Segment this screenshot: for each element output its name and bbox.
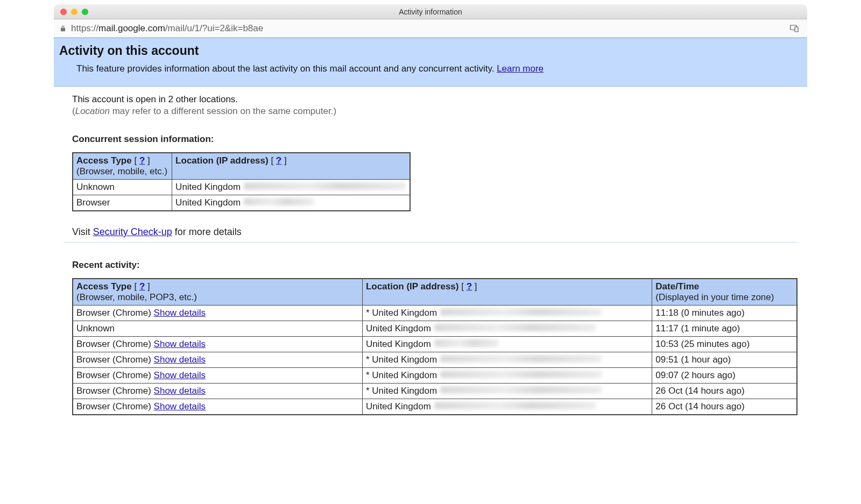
minimize-window-button[interactable] [71,9,77,15]
session-access-cell: Unknown [73,180,172,195]
redacted-ip [440,308,602,316]
url-protocol: https:// [71,23,98,33]
recent-date-cell: 26 Oct (14 hours ago) [652,399,797,415]
recent-location-cell: United Kingdom [362,337,652,352]
recent-row: UnknownUnited Kingdom11:17 (1 minute ago… [73,321,797,337]
visit-security-line: Visit Security Check-up for more details [72,226,798,238]
close-window-button[interactable] [60,9,67,15]
titlebar: Activity information [54,4,807,19]
learn-more-link[interactable]: Learn more [497,63,544,74]
show-details-link[interactable]: Show details [154,370,206,380]
session-location-cell: United Kingdom [172,195,410,211]
redacted-ip [434,402,596,409]
recent-date-cell: 26 Oct (14 hours ago) [652,384,797,399]
session-location-cell: United Kingdom [172,180,410,195]
recent-location-cell: United Kingdom [362,399,652,415]
recent-access-cell: Browser (Chrome) Show details [73,368,362,384]
recent-location-cell: United Kingdom [362,321,652,337]
redacted-ip [434,339,499,347]
page-title: Activity on this account [59,44,802,58]
recent-row: Browser (Chrome) Show detailsUnited King… [73,399,797,415]
recent-location-cell: * United Kingdom [362,306,652,321]
url-host: mail.google.com [98,23,165,33]
recent-date-cell: 09:51 (1 hour ago) [652,352,797,368]
header-banner: Activity on this account This feature pr… [54,38,807,87]
url-path: /mail/u/1/?ui=2&ik=b8ae [165,23,263,33]
th-access-type: Access Type [ ? ] (Browser, mobile, etc.… [73,153,172,180]
recent-access-cell: Browser (Chrome) Show details [73,384,362,399]
recent-row: Browser (Chrome) Show details* United Ki… [73,306,797,321]
th-recent-date: Date/Time (Displayed in your time zone) [652,279,797,306]
lock-icon [59,25,67,32]
sessions-open-text: This account is open in 2 other location… [72,94,798,105]
page-description: This feature provides information about … [76,63,802,74]
security-checkup-link[interactable]: Security Check-up [93,226,172,237]
recent-date-cell: 09:07 (2 hours ago) [652,368,797,384]
recent-access-cell: Browser (Chrome) Show details [73,352,362,368]
concurrent-session-label: Concurrent session information: [72,134,798,145]
session-row: UnknownUnited Kingdom [73,180,410,195]
traffic-lights [60,9,88,15]
th-recent-access: Access Type [ ? ] (Browser, mobile, POP3… [73,279,362,306]
recent-date-cell: 10:53 (25 minutes ago) [652,337,797,352]
th-location: Location (IP address) [ ? ] [172,153,410,180]
responsive-mode-icon[interactable] [790,25,800,32]
content-area: This account is open in 2 other location… [54,87,807,415]
session-access-cell: Browser [73,195,172,211]
recent-access-cell: Browser (Chrome) Show details [73,337,362,352]
help-recent-location-link[interactable]: ? [467,281,472,292]
recent-access-cell: Unknown [73,321,362,337]
show-details-link[interactable]: Show details [154,401,206,411]
redacted-ip [244,198,314,205]
recent-row: Browser (Chrome) Show details* United Ki… [73,352,797,368]
help-location-link[interactable]: ? [276,155,281,166]
recent-activity-label: Recent activity: [72,260,798,271]
recent-location-cell: * United Kingdom [362,352,652,368]
popup-window: Activity information https://mail.google… [54,4,807,415]
concurrent-session-table: Access Type [ ? ] (Browser, mobile, etc.… [72,152,411,211]
recent-date-cell: 11:17 (1 minute ago) [652,321,797,337]
recent-location-cell: * United Kingdom [362,368,652,384]
url-text[interactable]: https://mail.google.com/mail/u/1/?ui=2&i… [71,23,263,34]
window-title: Activity information [54,8,807,16]
recent-access-cell: Browser (Chrome) Show details [73,399,362,415]
sessions-note: (Location may refer to a different sessi… [72,106,798,117]
recent-activity-table: Access Type [ ? ] (Browser, mobile, POP3… [72,278,798,415]
show-details-link[interactable]: Show details [154,308,206,318]
recent-row: Browser (Chrome) Show details* United Ki… [73,384,797,399]
show-details-link[interactable]: Show details [154,339,206,349]
recent-row: Browser (Chrome) Show details* United Ki… [73,368,797,384]
help-access-type-link[interactable]: ? [139,155,145,166]
session-row: BrowserUnited Kingdom [73,195,410,211]
address-bar: https://mail.google.com/mail/u/1/?ui=2&i… [54,19,807,38]
redacted-ip [434,324,596,331]
svg-rect-1 [795,27,798,32]
recent-access-cell: Browser (Chrome) Show details [73,306,362,321]
redacted-ip [440,355,602,363]
recent-row: Browser (Chrome) Show detailsUnited King… [73,337,797,352]
redacted-ip [244,182,405,190]
redacted-ip [440,371,602,378]
recent-date-cell: 11:18 (0 minutes ago) [652,306,797,321]
recent-location-cell: * United Kingdom [362,384,652,399]
show-details-link[interactable]: Show details [154,354,206,365]
show-details-link[interactable]: Show details [154,386,206,396]
divider [63,242,798,243]
help-recent-access-link[interactable]: ? [139,281,145,292]
th-recent-location: Location (IP address) [ ? ] [362,279,652,306]
maximize-window-button[interactable] [82,9,88,15]
redacted-ip [440,386,602,394]
